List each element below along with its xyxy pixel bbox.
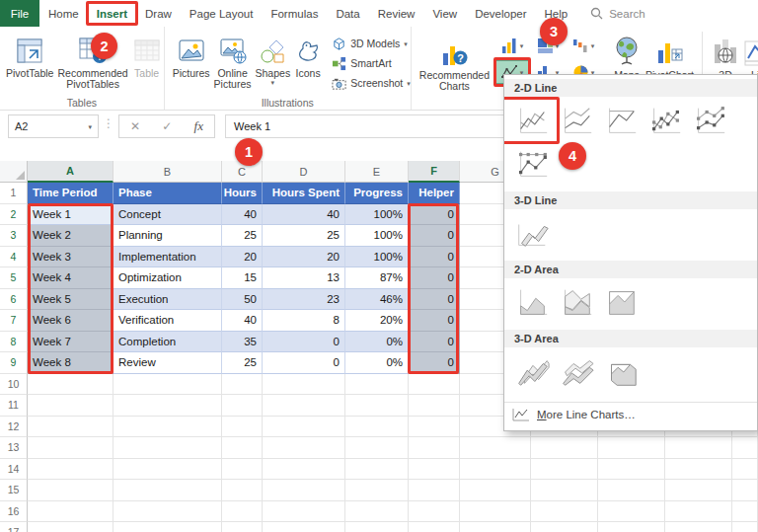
cell-C5[interactable]: 15 bbox=[222, 267, 263, 289]
cell-C13[interactable] bbox=[222, 437, 263, 459]
tab-page-layout[interactable]: Page Layout bbox=[181, 0, 263, 27]
cell-E6[interactable]: 46% bbox=[345, 289, 409, 311]
cell-D9[interactable]: 0 bbox=[263, 352, 345, 374]
cell-B14[interactable] bbox=[114, 459, 222, 481]
tab-formulas[interactable]: Formulas bbox=[262, 0, 327, 27]
recommended-charts-button[interactable]: ? Recommended Charts bbox=[419, 30, 490, 92]
cell-A12[interactable] bbox=[28, 417, 114, 438]
select-all-corner[interactable] bbox=[0, 161, 28, 183]
cell-C8[interactable]: 35 bbox=[222, 332, 263, 353]
cell-G15[interactable] bbox=[460, 480, 531, 501]
cell-D11[interactable] bbox=[263, 395, 345, 417]
enter-icon[interactable]: ✓ bbox=[162, 119, 172, 133]
cell-E11[interactable] bbox=[345, 395, 409, 417]
cell-A9[interactable]: Week 8 bbox=[28, 352, 114, 374]
chart-type-three-d-area-icon[interactable] bbox=[512, 352, 552, 392]
cell-E8[interactable]: 0% bbox=[345, 332, 409, 353]
cell-E4[interactable]: 100% bbox=[345, 247, 409, 268]
cell-B15[interactable] bbox=[114, 480, 222, 501]
cell-B12[interactable] bbox=[114, 417, 222, 438]
cell-C6[interactable]: 50 bbox=[222, 289, 263, 311]
row-header-14[interactable]: 14 bbox=[0, 459, 28, 481]
chart-type-three-d-stacked-area-icon[interactable] bbox=[557, 352, 596, 392]
cell-F5[interactable]: 0 bbox=[409, 267, 460, 289]
row-header-13[interactable]: 13 bbox=[0, 437, 28, 459]
cell-E13[interactable] bbox=[345, 437, 409, 459]
cell-E15[interactable] bbox=[345, 480, 409, 501]
cell-A3[interactable]: Week 2 bbox=[28, 225, 114, 247]
cell-A15[interactable] bbox=[28, 480, 114, 501]
cell-G14[interactable] bbox=[460, 459, 531, 481]
cell-C11[interactable] bbox=[222, 395, 263, 417]
cell-A1[interactable]: Time Period bbox=[28, 183, 114, 204]
cell-col1113[interactable] bbox=[732, 437, 758, 459]
cell-col1014[interactable] bbox=[665, 459, 732, 481]
tab-file[interactable]: File bbox=[0, 0, 39, 27]
cell-D8[interactable]: 0 bbox=[263, 332, 345, 353]
cell-E2[interactable]: 100% bbox=[345, 204, 409, 226]
column-header-B[interactable]: B bbox=[114, 161, 222, 183]
chart-type-hundred-stacked-line-icon[interactable] bbox=[601, 102, 641, 141]
cell-F15[interactable] bbox=[409, 480, 460, 501]
cell-F7[interactable]: 0 bbox=[409, 310, 460, 332]
cell-col1116[interactable] bbox=[732, 501, 758, 523]
cell-col913[interactable] bbox=[598, 437, 665, 459]
cell-D5[interactable]: 13 bbox=[263, 267, 345, 289]
cell-B1[interactable]: Phase bbox=[114, 183, 222, 204]
cell-B8[interactable]: Completion bbox=[114, 332, 222, 353]
tab-developer[interactable]: Developer bbox=[466, 0, 535, 27]
chart-type-three-d-line-icon[interactable] bbox=[512, 214, 552, 254]
cell-C7[interactable]: 40 bbox=[222, 310, 263, 332]
cell-D16[interactable] bbox=[263, 501, 345, 523]
cell-G17[interactable] bbox=[460, 522, 531, 532]
row-header-17[interactable]: 17 bbox=[0, 522, 28, 532]
chart-type-hundred-stacked-area-icon[interactable] bbox=[601, 283, 641, 323]
screenshot-button[interactable]: Screenshot ▾ bbox=[332, 75, 411, 91]
cell-col1115[interactable] bbox=[732, 480, 758, 501]
cell-col917[interactable] bbox=[598, 522, 665, 532]
cell-D10[interactable] bbox=[263, 374, 345, 396]
cell-col1017[interactable] bbox=[665, 522, 732, 532]
cell-G13[interactable] bbox=[460, 437, 531, 459]
shapes-button[interactable]: Shapes ▾ bbox=[256, 30, 291, 86]
cell-B9[interactable]: Review bbox=[114, 352, 222, 374]
cell-B16[interactable] bbox=[114, 501, 222, 523]
cell-B17[interactable] bbox=[114, 522, 222, 532]
cell-C16[interactable] bbox=[222, 501, 263, 523]
chart-type-three-d-hundred-area-icon[interactable] bbox=[601, 352, 641, 392]
name-box[interactable]: A2 ▾ bbox=[8, 114, 99, 138]
cell-E7[interactable]: 20% bbox=[345, 310, 409, 332]
cell-C1[interactable]: Hours bbox=[222, 183, 263, 204]
cell-col1016[interactable] bbox=[665, 501, 732, 523]
cell-A16[interactable] bbox=[28, 501, 114, 523]
cell-col815[interactable] bbox=[531, 480, 598, 501]
insert-function-icon[interactable]: fx bbox=[194, 118, 203, 134]
cell-B13[interactable] bbox=[114, 437, 222, 459]
cell-F13[interactable] bbox=[409, 437, 460, 459]
tab-review[interactable]: Review bbox=[369, 0, 424, 27]
chart-type-stacked-line-markers-icon[interactable] bbox=[690, 102, 729, 141]
cell-B10[interactable] bbox=[114, 374, 222, 396]
cell-C15[interactable] bbox=[222, 480, 263, 501]
more-line-charts-item[interactable]: More Line Charts… bbox=[504, 402, 757, 426]
cell-col1114[interactable] bbox=[732, 459, 758, 481]
cell-col1013[interactable] bbox=[665, 437, 732, 459]
column-header-D[interactable]: D bbox=[263, 161, 345, 183]
cell-F2[interactable]: 0 bbox=[409, 204, 460, 226]
row-header-4[interactable]: 4 bbox=[0, 247, 28, 268]
online-pictures-button[interactable]: Online Pictures bbox=[214, 30, 252, 90]
ribbon-search[interactable]: Search bbox=[590, 0, 644, 27]
cell-D2[interactable]: 40 bbox=[263, 204, 345, 226]
cell-D7[interactable]: 8 bbox=[263, 310, 345, 332]
cell-B6[interactable]: Execution bbox=[114, 289, 222, 311]
cell-C9[interactable]: 25 bbox=[222, 352, 263, 374]
chart-type-hundred-stacked-line-markers-icon[interactable] bbox=[512, 145, 552, 185]
cell-E12[interactable] bbox=[345, 417, 409, 438]
pictures-button[interactable]: Pictures bbox=[173, 30, 210, 79]
cell-B11[interactable] bbox=[114, 395, 222, 417]
tab-view[interactable]: View bbox=[423, 0, 466, 27]
cell-E17[interactable] bbox=[345, 522, 409, 532]
row-header-16[interactable]: 16 bbox=[0, 501, 28, 523]
cell-A8[interactable]: Week 7 bbox=[28, 332, 114, 353]
cell-A13[interactable] bbox=[28, 437, 114, 459]
